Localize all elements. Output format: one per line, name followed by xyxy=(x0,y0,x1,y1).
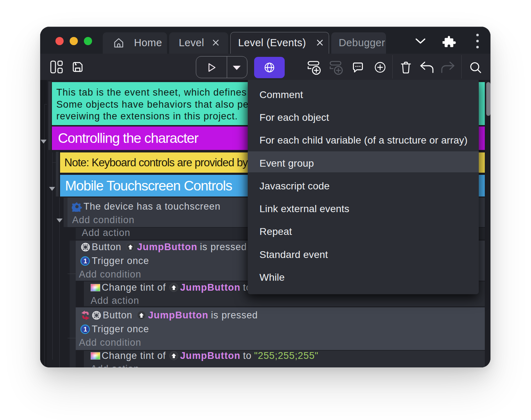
svg-text:1: 1 xyxy=(84,258,87,265)
svg-text:1: 1 xyxy=(84,326,87,333)
